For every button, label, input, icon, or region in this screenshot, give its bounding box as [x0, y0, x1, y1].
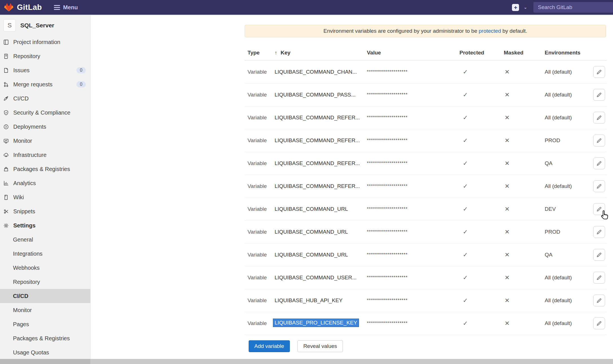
settings-subitem[interactable]: CI/CD	[0, 289, 90, 303]
settings-subitem[interactable]: Usage Quotas	[0, 345, 90, 359]
settings-subitem-label: Webhooks	[13, 265, 40, 271]
protected-link[interactable]: protected	[479, 28, 501, 34]
cell-environments: All (default)	[545, 183, 593, 189]
protected-check-icon: ✓	[457, 320, 504, 327]
sidebar-nav: Project information Repository Issues 0 …	[0, 35, 90, 233]
edit-variable-button[interactable]	[593, 226, 605, 238]
col-header-key[interactable]: ↑ Key	[275, 50, 367, 56]
sidebar-item[interactable]: Project information	[0, 35, 90, 49]
masked-x-icon: ✕	[504, 137, 545, 144]
sidebar-item[interactable]: Merge requests 0	[0, 77, 90, 91]
sidebar-item[interactable]: Deployments	[0, 120, 90, 134]
sidebar-item-label: Snippets	[13, 208, 35, 215]
edit-variable-button[interactable]	[593, 203, 605, 215]
sidebar-item[interactable]: Monitor	[0, 134, 90, 148]
edit-variable-button[interactable]	[593, 272, 605, 284]
settings-subitem-label: Packages & Registries	[13, 335, 70, 342]
cell-type: Variable	[245, 297, 275, 304]
shield-icon	[3, 109, 9, 116]
wiki-icon	[3, 194, 9, 200]
settings-subitem[interactable]: Webhooks	[0, 261, 90, 275]
sidebar-item-label: Infrastructure	[13, 152, 47, 158]
reveal-values-button[interactable]: Reveal values	[297, 340, 343, 352]
new-item-plus-button[interactable]: +	[512, 4, 519, 11]
edit-variable-button[interactable]	[593, 249, 605, 261]
pencil-icon	[596, 115, 602, 121]
sidebar-item-label: Settings	[13, 222, 36, 229]
bottom-strip-content	[90, 359, 613, 364]
cell-masked-value: ********************	[367, 298, 457, 303]
masked-x-icon: ✕	[504, 320, 545, 327]
pencil-icon	[596, 137, 602, 144]
table-actions: Add variable Reveal values	[249, 340, 343, 352]
sort-ascending-icon: ↑	[275, 50, 277, 56]
sidebar-item[interactable]: Issues 0	[0, 63, 90, 77]
settings-subitem[interactable]: Packages & Registries	[0, 331, 90, 345]
cell-environments: All (default)	[545, 320, 593, 326]
cell-key: LIQUIBASE_COMMAND_URL	[275, 252, 367, 258]
edit-variable-button[interactable]	[593, 135, 605, 146]
protected-check-icon: ✓	[457, 229, 504, 235]
search-input[interactable]	[533, 2, 613, 13]
cell-type: Variable	[245, 137, 275, 144]
pencil-icon	[596, 252, 602, 258]
settings-subitem[interactable]: Monitor	[0, 303, 90, 317]
sidebar-item[interactable]: Analytics	[0, 176, 90, 190]
edit-variable-button[interactable]	[593, 295, 605, 306]
table-row: Variable LIQUIBASE_COMMAND_REFER... ****…	[245, 129, 607, 152]
edit-variable-button[interactable]	[593, 66, 605, 78]
sidebar-item-label: Analytics	[13, 180, 36, 187]
settings-subitem[interactable]: Pages	[0, 317, 90, 331]
settings-subitem[interactable]: General	[0, 233, 90, 247]
chevron-down-icon[interactable]: ⌄	[524, 5, 527, 10]
cell-key: LIQUIBASE_COMMAND_URL	[275, 229, 367, 235]
edit-variable-button[interactable]	[593, 157, 605, 169]
sidebar-item-label: Repository	[13, 53, 40, 60]
sidebar-item-label: Packages & Registries	[13, 166, 70, 172]
gitlab-home-link[interactable]: GitLab	[0, 3, 42, 12]
snippets-icon	[3, 208, 9, 214]
cell-masked-value: ********************	[367, 92, 457, 97]
pencil-icon	[596, 183, 602, 189]
menu-label: Menu	[63, 4, 78, 11]
settings-subitem-label: Pages	[13, 321, 29, 328]
protected-check-icon: ✓	[457, 297, 504, 304]
project-information-icon	[3, 39, 9, 45]
pencil-icon	[596, 320, 602, 326]
cell-type: Variable	[245, 206, 275, 212]
protected-check-icon: ✓	[457, 137, 504, 144]
cell-masked-value: ********************	[367, 138, 457, 143]
table-row: Variable LIQUIBASE_COMMAND_URL *********…	[245, 221, 607, 244]
edit-variable-button[interactable]	[593, 112, 605, 124]
sidebar-item[interactable]: Packages & Registries	[0, 162, 90, 176]
edit-variable-button[interactable]	[593, 317, 605, 329]
edit-variable-button[interactable]	[593, 89, 605, 101]
menu-button[interactable]: Menu	[54, 4, 78, 11]
masked-x-icon: ✕	[504, 251, 545, 258]
sidebar-item-label: Security & Compliance	[13, 109, 70, 116]
settings-subitem[interactable]: Repository	[0, 275, 90, 289]
edit-variable-button[interactable]	[593, 180, 605, 192]
cell-key: LIQUIBASE_COMMAND_REFER...	[275, 137, 367, 144]
pencil-icon	[596, 297, 602, 304]
add-variable-button[interactable]: Add variable	[249, 340, 290, 352]
sidebar-item[interactable]: CI/CD	[0, 91, 90, 106]
cell-environments: QA	[545, 160, 593, 166]
issues-icon	[3, 67, 9, 73]
settings-subitem[interactable]: Integrations	[0, 247, 90, 261]
protected-check-icon: ✓	[457, 251, 504, 258]
cell-masked-value: ********************	[367, 207, 457, 212]
sidebar-item[interactable]: Repository	[0, 49, 90, 63]
sidebar-item[interactable]: Infrastructure	[0, 148, 90, 162]
cell-masked-value: ********************	[367, 161, 457, 166]
sidebar-item[interactable]: Snippets	[0, 204, 90, 218]
sidebar-item[interactable]: Security & Compliance	[0, 106, 90, 120]
cell-key: LIQUIBASE_COMMAND_REFER...	[275, 183, 367, 189]
sidebar-item[interactable]: Wiki	[0, 190, 90, 204]
cell-type: Variable	[245, 115, 275, 121]
cell-key: LIQUIBASE_COMMAND_REFER...	[275, 160, 367, 166]
sidebar-item[interactable]: Settings	[0, 218, 90, 233]
project-header[interactable]: S SQL_Server	[0, 15, 90, 34]
masked-x-icon: ✕	[504, 183, 545, 190]
table-row: Variable LIQUIBASE_COMMAND_USER... *****…	[245, 266, 607, 289]
